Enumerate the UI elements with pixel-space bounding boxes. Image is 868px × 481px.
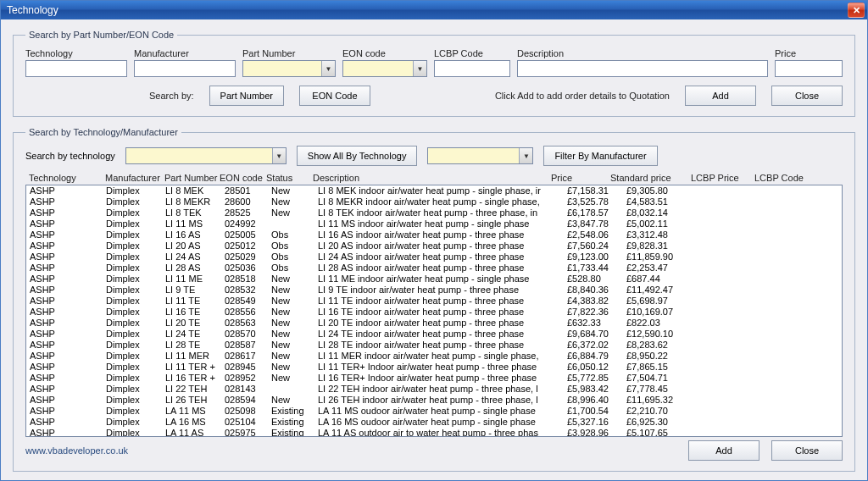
col-standard-price: Standard price [610,173,691,183]
table-row[interactable]: ASHPDimplexLI 8 TEK28525NewLI 8 TEK indo… [26,207,842,218]
col-lcbp-code: LCBP Code [754,173,822,183]
table-row[interactable]: ASHPDimplexLA 11 AS025975ExistingLA 11 A… [26,428,842,437]
table-row[interactable]: ASHPDimplexLI 24 TE028570NewLI 24 TE ind… [26,329,842,340]
window-body: Search by Part Number/EON Code Technolog… [1,19,867,480]
table-row[interactable]: ASHPDimplexLA 16 MS025104ExistingLA 16 M… [26,417,842,428]
combo-eon-code[interactable]: ▼ [342,60,427,77]
input-price[interactable] [775,60,843,77]
label-price: Price [775,48,843,60]
combo-manufacturer[interactable]: ▼ [427,147,533,164]
label-search-by: Search by: [149,91,194,101]
results-table[interactable]: ASHPDimplexLI 8 MEK28501NewLI 8 MEK indo… [25,185,843,437]
input-tech-combo[interactable] [125,147,287,164]
col-price: Price [551,173,610,183]
table-row[interactable]: ASHPDimplexLI 16 AS025005ObsLI 16 AS ind… [26,229,842,240]
input-technology[interactable] [25,60,127,77]
window-title: Technology [3,4,848,16]
col-lcbp-price: LCBP Price [691,173,754,183]
table-row[interactable]: ASHPDimplexLI 26 TEH028594NewLI 26 TEH i… [26,395,842,406]
button-search-eon-code[interactable]: EON Code [299,86,370,106]
button-close-bottom[interactable]: Close [771,440,843,461]
col-technology: Technology [29,173,105,183]
group-legend-1: Search by Part Number/EON Code [25,30,177,40]
table-row[interactable]: ASHPDimplexLI 20 TE028563NewLI 20 TE ind… [26,318,842,329]
table-row[interactable]: ASHPDimplexLI 24 AS025029ObsLI 24 AS ind… [26,252,842,263]
chevron-down-icon[interactable]: ▼ [272,148,286,163]
table-row[interactable]: ASHPDimplexLI 9 TE028532NewLI 9 TE indoo… [26,285,842,296]
input-manufacturer[interactable] [134,60,236,77]
chevron-down-icon[interactable]: ▼ [519,148,532,163]
label-manufacturer: Manufacturer [134,48,236,60]
col-manufacturer: Manufacturer [105,173,164,183]
button-close-top[interactable]: Close [771,86,843,106]
table-header-row: Technology Manufacturer Part Number EON … [25,171,843,185]
button-add-top[interactable]: Add [685,86,756,106]
table-row[interactable]: ASHPDimplexLI 11 ME028518NewLI 11 ME ind… [26,274,842,285]
group-search-part-eon: Search by Part Number/EON Code Technolog… [13,30,855,117]
table-row[interactable]: ASHPDimplexLI 22 TEH028143LI 22 TEH indo… [26,384,842,395]
titlebar: Technology ✕ [1,1,867,19]
col-eon-code: EON code [220,173,266,183]
combo-technology[interactable]: ▼ [125,147,287,164]
col-status: Status [266,173,313,183]
table-row[interactable]: ASHPDimplexLI 28 AS025036ObsLI 28 AS ind… [26,263,842,274]
chevron-down-icon[interactable]: ▼ [321,61,335,76]
combo-part-number[interactable]: ▼ [242,60,336,77]
button-show-all-tech[interactable]: Show All By Technology [297,146,418,166]
close-icon[interactable]: ✕ [848,3,865,18]
input-mfr-combo[interactable] [427,147,533,164]
col-part-number: Part Number [164,173,220,183]
input-description[interactable] [517,60,768,77]
hint-add-order: Click Add to add order details to Quotat… [495,91,670,101]
table-row[interactable]: ASHPDimplexLI 28 TE028587NewLI 28 TE ind… [26,340,842,351]
footer-url: www.vbadeveloper.co.uk [25,445,128,456]
input-lcbp-code[interactable] [434,60,510,77]
label-search-by-technology: Search by technology [25,151,115,161]
window: Technology ✕ Search by Part Number/EON C… [0,0,868,481]
label-description: Description [517,48,768,60]
group-search-tech-mfr: Search by Technology/Manufacturer Search… [13,127,855,472]
label-part-number: Part Number [242,48,336,60]
button-filter-mfr[interactable]: Filter By Manufacturer [543,146,657,166]
col-description: Description [313,173,551,183]
table-row[interactable]: ASHPDimplexLI 16 TER +028952NewLI 16 TER… [26,373,842,384]
label-technology: Technology [25,48,127,60]
group-legend-2: Search by Technology/Manufacturer [25,127,181,137]
table-row[interactable]: ASHPDimplexLI 20 AS025012ObsLI 20 AS ind… [26,240,842,252]
label-lcbp-code: LCBP Code [434,48,510,60]
table-row[interactable]: ASHPDimplexLA 11 MS025098ExistingLA 11 M… [26,406,842,417]
label-eon-code: EON code [342,48,427,60]
table-row[interactable]: ASHPDimplexLI 11 TER +028945NewLI 11 TER… [26,362,842,373]
table-row[interactable]: ASHPDimplexLI 11 TE028549NewLI 11 TE ind… [26,296,842,307]
table-row[interactable]: ASHPDimplexLI 8 MEKR28600NewLI 8 MEKR in… [26,196,842,207]
table-row[interactable]: ASHPDimplexLI 11 MER028617NewLI 11 MER i… [26,351,842,362]
button-search-part-number[interactable]: Part Number [209,86,284,106]
button-add-bottom[interactable]: Add [688,440,760,461]
table-row[interactable]: ASHPDimplexLI 16 TE028556NewLI 16 TE ind… [26,307,842,318]
chevron-down-icon[interactable]: ▼ [413,61,426,76]
table-row[interactable]: ASHPDimplexLI 11 MS024992LI 11 MS indoor… [26,218,842,229]
table-row[interactable]: ASHPDimplexLI 8 MEK28501NewLI 8 MEK indo… [26,185,842,196]
